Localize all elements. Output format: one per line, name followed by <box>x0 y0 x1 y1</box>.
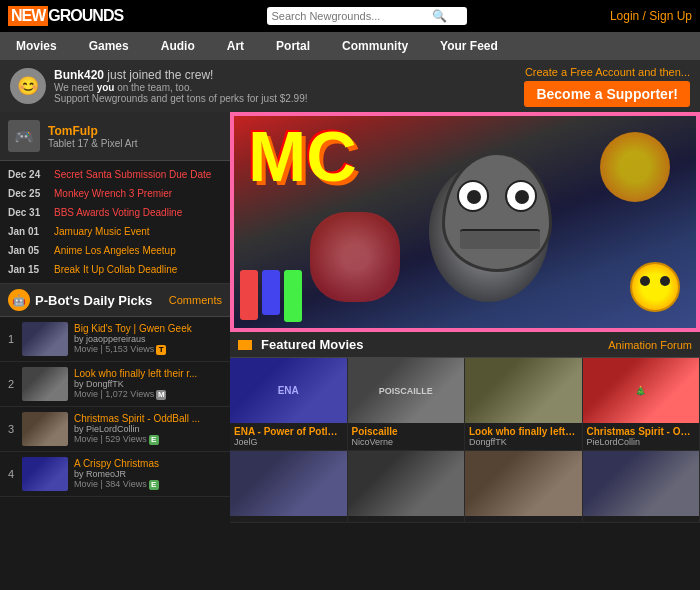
pick-meta: Movie | 5,153 ViewsT <box>74 344 224 355</box>
movie-info <box>465 516 582 522</box>
featured-banner[interactable]: MC <box>230 112 700 332</box>
event-item: Jan 01 Jamuary Music Event <box>0 222 230 241</box>
comments-link[interactable]: Comments <box>169 294 222 306</box>
event-date: Jan 01 <box>8 226 48 237</box>
movie-author: PieLordCollin <box>587 437 696 447</box>
daily-picks-title: 🤖 P-Bot's Daily Picks <box>8 289 152 311</box>
sidebar: 🎮 TomFulp Tablet 17 & Pixel Art Dec 24 S… <box>0 112 230 590</box>
event-link[interactable]: Jamuary Music Event <box>54 226 150 237</box>
event-item: Dec 25 Monkey Wrench 3 Premier <box>0 184 230 203</box>
pick-info: Big Kid's Toy | Gwen Geek by joaoppereir… <box>74 323 224 355</box>
banner-right: Create a Free Account and then... Become… <box>524 66 690 107</box>
movie-item: 🎄 Christmas Spirit - OddB... PieLordColl… <box>583 358 701 451</box>
nav-movies[interactable]: Movies <box>0 32 73 60</box>
movie-thumbnail[interactable]: ENA <box>230 358 347 423</box>
movie-item: Look who finally left thei... DongffTK <box>465 358 583 451</box>
banner-text: Bunk420 just joined the crew! We need yo… <box>54 68 308 104</box>
logo-grounds: GROUNDS <box>48 7 123 25</box>
main-content-area: MC <box>230 112 700 590</box>
movies-grid: ENA ENA - Power of Potluck JoelG POISCAI… <box>230 358 700 523</box>
event-link[interactable]: Break It Up Collab Deadline <box>54 264 177 275</box>
event-date: Dec 24 <box>8 169 48 180</box>
movie-thumbnail[interactable]: POISCAILLE <box>348 358 465 423</box>
movie-author: JoelG <box>234 437 343 447</box>
pick-meta: Movie | 529 ViewsE <box>74 434 224 445</box>
movie-thumbnail[interactable] <box>465 358 582 423</box>
create-account-text: Create a Free Account and then... <box>525 66 690 78</box>
profile-name[interactable]: TomFulp <box>48 124 138 138</box>
pick-info: Look who finally left their r... by Dong… <box>74 368 224 400</box>
profile-subtitle: Tablet 17 & Pixel Art <box>48 138 138 149</box>
banner-supporter-text: Support Newgrounds and get tons of perks… <box>54 93 308 104</box>
login-signup-link[interactable]: Login / Sign Up <box>610 9 692 23</box>
search-input[interactable] <box>272 10 432 22</box>
event-date: Jan 15 <box>8 264 48 275</box>
movie-item: POISCAILLE Poiscaille NicoVerne <box>348 358 466 451</box>
pick-meta: Movie | 384 ViewsE <box>74 479 224 490</box>
movie-item <box>583 451 701 523</box>
pick-title-link[interactable]: Big Kid's Toy | Gwen Geek <box>74 323 224 334</box>
movie-thumbnail[interactable] <box>348 451 465 516</box>
pick-thumbnail <box>22 367 68 401</box>
nav-art[interactable]: Art <box>211 32 260 60</box>
logo[interactable]: NEWGROUNDS <box>8 6 123 26</box>
movie-info <box>348 516 465 522</box>
movie-title[interactable]: ENA - Power of Potluck <box>234 426 343 437</box>
movie-info <box>583 516 700 522</box>
pick-info: A Crispy Christmas by RomeoJR Movie | 38… <box>74 458 224 490</box>
movie-info: Look who finally left thei... DongffTK <box>465 423 582 450</box>
movie-thumbnail[interactable] <box>583 451 700 516</box>
event-link[interactable]: Monkey Wrench 3 Premier <box>54 188 172 199</box>
pick-item: 2 Look who finally left their r... by Do… <box>0 362 230 407</box>
pick-item: 3 Christmas Spirit - OddBall ... by PieL… <box>0 407 230 452</box>
banner-username: Bunk420 <box>54 68 104 82</box>
event-item: Jan 15 Break It Up Collab Deadline <box>0 260 230 279</box>
movie-title[interactable]: Poiscaille <box>352 426 461 437</box>
pick-title-link[interactable]: Look who finally left their r... <box>74 368 224 379</box>
pick-author: by PieLordCollin <box>74 424 224 434</box>
event-date: Dec 25 <box>8 188 48 199</box>
banner-left: 😊 Bunk420 just joined the crew! We need … <box>10 68 308 104</box>
movie-thumbnail[interactable] <box>230 451 347 516</box>
movie-info <box>230 516 347 522</box>
pick-thumbnail <box>22 457 68 491</box>
movie-author: DongffTK <box>469 437 578 447</box>
movie-item: ENA ENA - Power of Potluck JoelG <box>230 358 348 451</box>
nav-your-feed[interactable]: Your Feed <box>424 32 514 60</box>
event-link[interactable]: Anime Los Angeles Meetup <box>54 245 176 256</box>
featured-movies-header: Featured Movies Animation Forum <box>230 332 700 358</box>
pick-info: Christmas Spirit - OddBall ... by PieLor… <box>74 413 224 445</box>
nav-bar: Movies Games Audio Art Portal Community … <box>0 32 700 60</box>
event-link[interactable]: BBS Awards Voting Deadline <box>54 207 182 218</box>
pick-number: 1 <box>6 333 16 345</box>
animation-forum-link[interactable]: Animation Forum <box>608 339 692 351</box>
pick-title-link[interactable]: Christmas Spirit - OddBall ... <box>74 413 224 424</box>
pick-title-link[interactable]: A Crispy Christmas <box>74 458 224 469</box>
movie-item <box>348 451 466 523</box>
movie-thumbnail[interactable]: 🎄 <box>583 358 700 423</box>
main-content: 🎮 TomFulp Tablet 17 & Pixel Art Dec 24 S… <box>0 112 700 590</box>
movie-title[interactable]: Christmas Spirit - OddB... <box>587 426 696 437</box>
search-bar[interactable]: 🔍 <box>267 7 467 25</box>
pick-number: 3 <box>6 423 16 435</box>
featured-movies-label: Featured Movies <box>261 337 364 352</box>
event-link[interactable]: Secret Santa Submission Due Date <box>54 169 211 180</box>
become-supporter-button[interactable]: Become a Supporter! <box>524 81 690 107</box>
nav-games[interactable]: Games <box>73 32 145 60</box>
rating-badge: M <box>156 390 166 400</box>
movie-thumbnail[interactable] <box>465 451 582 516</box>
header: NEWGROUNDS 🔍 Login / Sign Up <box>0 0 700 32</box>
pick-thumbnail <box>22 412 68 446</box>
pick-author: by DongffTK <box>74 379 224 389</box>
nav-community[interactable]: Community <box>326 32 424 60</box>
events-list: Dec 24 Secret Santa Submission Due Date … <box>0 161 230 284</box>
movie-info: Poiscaille NicoVerne <box>348 423 465 450</box>
pick-thumbnail <box>22 322 68 356</box>
nav-portal[interactable]: Portal <box>260 32 326 60</box>
search-icon: 🔍 <box>432 9 447 23</box>
nav-audio[interactable]: Audio <box>145 32 211 60</box>
pick-author: by RomeoJR <box>74 469 224 479</box>
rating-badge: T <box>156 345 166 355</box>
movie-title[interactable]: Look who finally left thei... <box>469 426 578 437</box>
movie-item <box>230 451 348 523</box>
